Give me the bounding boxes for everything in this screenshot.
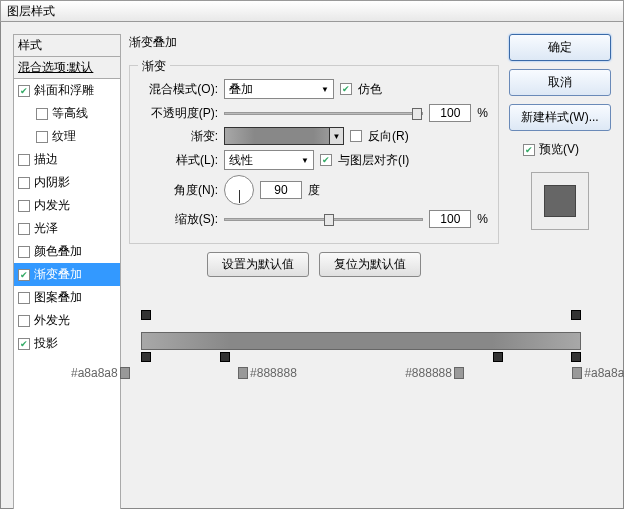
style-checkbox[interactable] [18,315,30,327]
color-stop[interactable] [220,352,230,362]
color-stop[interactable] [571,352,581,362]
preview-label: 预览(V) [539,141,579,158]
blend-options-default[interactable]: 混合选项:默认 [13,57,121,79]
style-label: 外发光 [34,312,70,329]
style-item[interactable]: 内发光 [14,194,120,217]
reset-default-button[interactable]: 复位为默认值 [319,252,421,277]
new-style-button[interactable]: 新建样式(W)... [509,104,611,131]
color-chip-icon [454,367,464,379]
color-chip-icon [238,367,248,379]
style-label: 等高线 [52,105,88,122]
hex-label: #888888 [250,366,297,380]
style-item[interactable]: 内阴影 [14,171,120,194]
align-checkbox[interactable]: ✔ [320,154,332,166]
style-label: 斜面和浮雕 [34,82,94,99]
dither-checkbox[interactable]: ✔ [340,83,352,95]
titlebar: 图层样式 [0,0,624,22]
scale-unit: % [477,212,488,226]
style-item[interactable]: 纹理 [14,125,120,148]
style-item[interactable]: 等高线 [14,102,120,125]
scale-label: 缩放(S): [140,211,218,228]
style-checkbox[interactable] [18,246,30,258]
style-checkbox[interactable]: ✔ [18,338,30,350]
style-item[interactable]: 光泽 [14,217,120,240]
style-label: 图案叠加 [34,289,82,306]
cancel-button[interactable]: 取消 [509,69,611,96]
opacity-input[interactable]: 100 [429,104,471,122]
style-label: 投影 [34,335,58,352]
ok-button[interactable]: 确定 [509,34,611,61]
styles-panel: 样式 混合选项:默认 ✔斜面和浮雕等高线纹理描边内阴影内发光光泽颜色叠加✔渐变叠… [13,34,121,509]
color-stop[interactable] [493,352,503,362]
blend-mode-select[interactable]: 叠加 ▼ [224,79,334,99]
angle-label: 角度(N): [140,182,218,199]
preview-checkbox[interactable]: ✔ [523,144,535,156]
style-item[interactable]: ✔斜面和浮雕 [14,79,120,102]
style-checkbox[interactable] [18,292,30,304]
gradient-editor: #a8a8a8 #888888 #888888 #a8a8a8 [141,310,581,380]
window-title: 图层样式 [7,3,55,20]
style-label: 纹理 [52,128,76,145]
style-item[interactable]: 描边 [14,148,120,171]
angle-input[interactable]: 90 [260,181,302,199]
opacity-slider[interactable] [224,112,423,115]
style-checkbox[interactable] [18,223,30,235]
style-checkbox[interactable] [36,108,48,120]
chevron-down-icon: ▼ [301,156,309,165]
align-label: 与图层对齐(I) [338,152,409,169]
opacity-stops [141,310,581,322]
style-label: 颜色叠加 [34,243,82,260]
gradient-track[interactable] [141,332,581,350]
dialog-body: 样式 混合选项:默认 ✔斜面和浮雕等高线纹理描边内阴影内发光光泽颜色叠加✔渐变叠… [0,22,624,509]
blend-mode-label: 混合模式(O): [140,81,218,98]
opacity-stop[interactable] [571,310,581,320]
styles-list: ✔斜面和浮雕等高线纹理描边内阴影内发光光泽颜色叠加✔渐变叠加图案叠加外发光✔投影 [13,79,121,509]
style-item[interactable]: 图案叠加 [14,286,120,309]
reverse-checkbox[interactable] [350,130,362,142]
gradient-group: 渐变 混合模式(O): 叠加 ▼ ✔ 仿色 不透明度(P): 100 % 渐变:… [129,65,499,244]
style-label: 渐变叠加 [34,266,82,283]
color-stops [141,350,581,362]
opacity-unit: % [477,106,488,120]
style-label: 样式(L): [140,152,218,169]
styles-header: 样式 [13,34,121,57]
style-item[interactable]: ✔投影 [14,332,120,355]
opacity-label: 不透明度(P): [140,105,218,122]
right-panel: 确定 取消 新建样式(W)... ✔ 预览(V) [509,34,611,230]
group-title: 渐变 [138,58,170,75]
make-default-button[interactable]: 设置为默认值 [207,252,309,277]
style-item[interactable]: ✔渐变叠加 [14,263,120,286]
style-item[interactable]: 颜色叠加 [14,240,120,263]
gradient-picker[interactable]: ▼ [224,127,344,145]
opacity-stop[interactable] [141,310,151,320]
style-checkbox[interactable] [18,154,30,166]
hex-label: #a8a8a8 [71,366,118,380]
color-chip-icon [120,367,130,379]
style-item[interactable]: 外发光 [14,309,120,332]
hex-label: #888888 [405,366,452,380]
style-label: 内发光 [34,197,70,214]
dither-label: 仿色 [358,81,382,98]
angle-dial[interactable] [224,175,254,205]
style-checkbox[interactable] [18,200,30,212]
preview-swatch [531,172,589,230]
scale-slider[interactable] [224,218,423,221]
style-label: 光泽 [34,220,58,237]
style-checkbox[interactable] [36,131,48,143]
style-checkbox[interactable]: ✔ [18,269,30,281]
hex-label: #a8a8a8 [584,366,624,380]
color-stop[interactable] [141,352,151,362]
chevron-down-icon[interactable]: ▼ [329,128,343,144]
style-checkbox[interactable] [18,177,30,189]
reverse-label: 反向(R) [368,128,409,145]
panel-title: 渐变叠加 [129,34,499,51]
gradient-overlay-panel: 渐变叠加 渐变 混合模式(O): 叠加 ▼ ✔ 仿色 不透明度(P): 100 … [129,34,499,277]
style-label: 描边 [34,151,58,168]
chevron-down-icon: ▼ [321,85,329,94]
scale-input[interactable]: 100 [429,210,471,228]
gradient-label: 渐变: [140,128,218,145]
color-chip-icon [572,367,582,379]
angle-unit: 度 [308,182,320,199]
style-checkbox[interactable]: ✔ [18,85,30,97]
style-select[interactable]: 线性 ▼ [224,150,314,170]
